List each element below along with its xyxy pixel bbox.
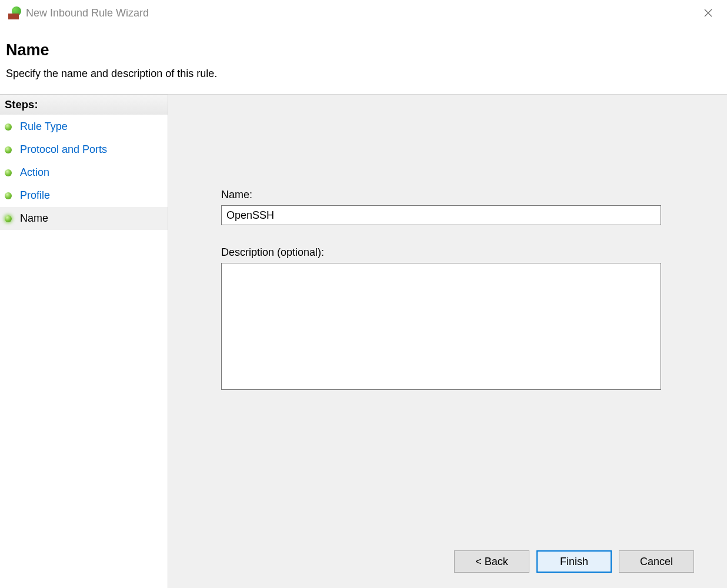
bullet-icon [5,192,12,199]
page-title: Name [6,41,721,59]
step-label: Action [20,166,49,179]
close-button[interactable] [696,4,720,22]
back-button[interactable]: < Back [454,550,529,573]
content-area: Steps: Rule Type Protocol and Ports Acti… [0,94,727,588]
page-subtitle: Specify the name and description of this… [6,68,721,80]
wizard-header: Name Specify the name and description of… [0,26,727,94]
step-rule-type[interactable]: Rule Type [0,115,168,138]
form-area: Name: Description (optional): [168,95,727,550]
close-icon [704,9,712,17]
window-title: New Inbound Rule Wizard [26,7,696,19]
button-row: < Back Finish Cancel [168,550,727,588]
step-label: Protocol and Ports [20,143,107,156]
bullet-icon [5,123,12,131]
bullet-icon [5,215,12,222]
description-label: Description (optional): [221,246,712,259]
step-action[interactable]: Action [0,161,168,184]
cancel-button[interactable]: Cancel [619,550,694,573]
steps-sidebar: Steps: Rule Type Protocol and Ports Acti… [0,94,168,588]
step-name[interactable]: Name [0,207,168,230]
step-profile[interactable]: Profile [0,184,168,207]
finish-button[interactable]: Finish [536,550,612,573]
description-input[interactable] [221,263,661,390]
name-input[interactable] [221,205,661,225]
step-label: Rule Type [20,121,68,133]
name-label: Name: [221,189,712,201]
main-panel: Name: Description (optional): < Back Fin… [168,94,727,588]
firewall-globe-icon [8,6,21,19]
bullet-icon [5,146,12,153]
name-group: Name: [221,189,712,225]
step-label: Name [20,212,48,225]
step-label: Profile [20,189,50,202]
steps-header: Steps: [0,94,168,115]
description-group: Description (optional): [221,246,712,392]
step-protocol-and-ports[interactable]: Protocol and Ports [0,138,168,161]
bullet-icon [5,169,12,176]
titlebar: New Inbound Rule Wizard [0,0,727,26]
